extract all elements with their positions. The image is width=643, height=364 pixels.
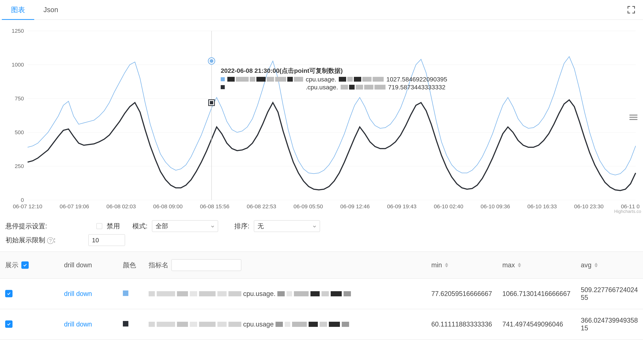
col-min[interactable]: min	[426, 252, 497, 278]
mode-select[interactable]: 全部	[152, 220, 218, 232]
limit-row: 初始展示限制 ?: 10	[0, 233, 643, 252]
fullscreen-icon[interactable]	[627, 5, 636, 14]
sort-icon[interactable]	[594, 263, 598, 268]
svg-text:06-08 02:03: 06-08 02:03	[107, 203, 136, 210]
sort-icon[interactable]	[445, 263, 448, 268]
chart-menu-icon[interactable]	[629, 114, 637, 121]
show-all-checkbox[interactable]	[21, 262, 29, 269]
tabs-bar: 图表 Json	[0, 0, 643, 20]
svg-text:06-07 12:10: 06-07 12:10	[13, 203, 42, 210]
col-name: 指标名	[144, 252, 426, 278]
col-show: 展示	[0, 252, 59, 278]
col-color: 颜色	[118, 252, 144, 278]
limit-input[interactable]: 10	[88, 234, 125, 246]
limit-label: 初始展示限制 ?:	[6, 236, 56, 245]
series-color-swatch	[123, 321, 128, 326]
chevron-down-icon	[211, 223, 214, 230]
svg-text:06-10 16:33: 06-10 16:33	[527, 203, 557, 210]
row-show-checkbox[interactable]	[5, 290, 13, 297]
min-cell: 77.62059516666667	[426, 278, 497, 309]
tab-json[interactable]: Json	[34, 0, 67, 20]
svg-text:1250: 1250	[12, 28, 24, 34]
max-cell: 741.4974549096046	[497, 309, 575, 340]
tab-chart[interactable]: 图表	[2, 0, 34, 20]
mode-label: 模式:	[132, 222, 148, 231]
chart-credit: Highcharts.co	[614, 209, 641, 214]
help-icon[interactable]: ?	[47, 237, 54, 244]
table-row: drill downcpu.usage.77.62059516666667106…	[0, 278, 643, 309]
chevron-down-icon	[313, 223, 316, 230]
svg-text:06-10 23:30: 06-10 23:30	[574, 203, 604, 210]
drill-down-link[interactable]: drill down	[64, 290, 92, 298]
svg-text:06-10 09:36: 06-10 09:36	[481, 203, 510, 210]
svg-text:500: 500	[15, 129, 24, 135]
mode-select-value: 全部	[156, 222, 168, 230]
svg-text:750: 750	[15, 96, 24, 102]
svg-text:06-07 19:06: 06-07 19:06	[60, 203, 89, 210]
svg-text:06-08 09:00: 06-08 09:00	[153, 203, 183, 210]
hover-settings-row: 悬停提示设置: 禁用 模式: 全部 排序: 无	[0, 215, 643, 233]
table-header-row: 展示 drill down 颜色 指标名 min max avg	[0, 252, 643, 278]
svg-text:06-09 19:43: 06-09 19:43	[387, 203, 416, 210]
max-cell: 1066.71301416666667	[497, 278, 575, 309]
line-chart[interactable]: 02505007501000125006-07 12:1006-07 19:06…	[0, 20, 643, 215]
svg-text:06-09 05:50: 06-09 05:50	[294, 203, 323, 210]
svg-text:0: 0	[21, 197, 24, 203]
svg-text:06-09 12:46: 06-09 12:46	[340, 203, 370, 210]
svg-point-28	[210, 59, 213, 63]
svg-rect-30	[210, 101, 213, 104]
svg-text:06-11 06:26: 06-11 06:26	[621, 203, 639, 210]
svg-text:06-08 22:53: 06-08 22:53	[247, 203, 276, 210]
col-max[interactable]: max	[497, 252, 575, 278]
svg-text:06-08 15:56: 06-08 15:56	[200, 203, 229, 210]
min-cell: 60.11111883333336	[426, 309, 497, 340]
avg-cell: 509.227766724024 55	[576, 278, 643, 309]
sort-label: 排序:	[234, 222, 249, 231]
svg-text:250: 250	[15, 163, 24, 169]
svg-text:06-10 02:40: 06-10 02:40	[434, 203, 463, 210]
hover-settings-label: 悬停提示设置:	[6, 222, 47, 231]
col-drill: drill down	[59, 252, 118, 278]
metric-name-cell: cpu.usage.	[149, 290, 421, 298]
sort-select[interactable]: 无	[254, 220, 320, 232]
metric-name-search-input[interactable]	[171, 259, 241, 271]
sort-select-value: 无	[258, 222, 264, 230]
tabs: 图表 Json	[2, 0, 67, 20]
series-color-swatch	[123, 290, 128, 296]
sort-icon[interactable]	[518, 263, 521, 268]
avg-cell: 366.024739949358 15	[576, 309, 643, 340]
table-row: drill downcpu.usage60.11111883333336741.…	[0, 309, 643, 340]
disable-hover-checkbox[interactable]	[96, 223, 102, 229]
disable-label: 禁用	[107, 222, 120, 231]
svg-text:1000: 1000	[12, 62, 24, 68]
metrics-table: 展示 drill down 颜色 指标名 min max avg drill d…	[0, 252, 643, 340]
col-avg[interactable]: avg	[576, 252, 643, 278]
metric-name-cell: cpu.usage	[149, 320, 421, 328]
drill-down-link[interactable]: drill down	[64, 320, 92, 328]
row-show-checkbox[interactable]	[5, 320, 13, 328]
